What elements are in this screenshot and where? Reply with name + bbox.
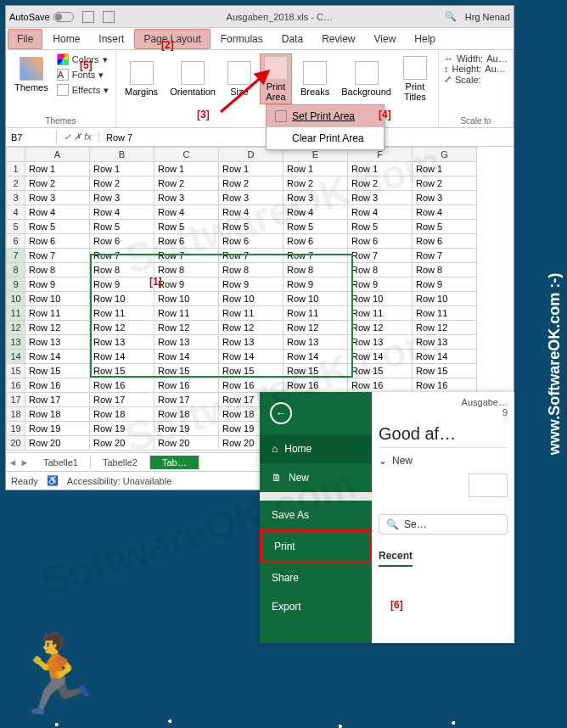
cell[interactable]: Row 6 (219, 234, 284, 249)
cell[interactable]: Row 12 (284, 321, 348, 335)
search-icon[interactable]: 🔍 (445, 11, 457, 22)
cell[interactable]: Row 1 (413, 162, 477, 176)
tab-page-layout[interactable]: Page Layout (134, 29, 210, 49)
fonts-button[interactable]: AFonts▾ (57, 69, 109, 81)
size-button[interactable]: Size (224, 59, 255, 98)
tab-formulas[interactable]: Formulas (212, 30, 272, 48)
cell[interactable]: Row 2 (348, 176, 413, 191)
cell[interactable]: Row 13 (219, 335, 284, 350)
row-header[interactable]: 11 (7, 306, 25, 321)
cell[interactable]: Row 5 (90, 220, 154, 234)
cell[interactable]: Row 5 (154, 220, 219, 234)
cell[interactable]: Row 16 (90, 378, 154, 393)
cell[interactable]: Row 13 (413, 335, 477, 350)
cell[interactable]: Row 10 (219, 292, 284, 306)
cell[interactable]: Row 12 (219, 321, 284, 335)
cell[interactable]: Row 20 (90, 436, 154, 451)
cell[interactable]: Row 5 (348, 220, 413, 234)
cell[interactable]: Row 18 (154, 407, 219, 422)
cell[interactable]: Row 1 (25, 162, 90, 176)
backstage-search[interactable]: 🔍Se… (379, 514, 508, 535)
backstage-saveas[interactable]: Save As (260, 501, 372, 529)
backstage-new-section[interactable]: ⌄New (379, 447, 508, 473)
autosave-toggle[interactable]: AutoSave (9, 12, 74, 22)
cell[interactable]: Row 8 (348, 263, 413, 277)
cell[interactable]: Row 20 (154, 436, 219, 451)
cell[interactable]: Row 2 (284, 176, 348, 191)
orientation-button[interactable]: Orientation (166, 59, 219, 98)
cell[interactable]: Row 11 (219, 306, 284, 321)
cell[interactable]: Row 12 (348, 321, 413, 335)
cell[interactable]: Row 18 (25, 407, 90, 422)
print-titles-button[interactable]: Print Titles (400, 54, 430, 104)
cell[interactable]: Row 10 (348, 292, 413, 306)
row-header[interactable]: 17 (7, 393, 25, 407)
cell[interactable]: Row 6 (413, 234, 477, 249)
cell[interactable]: Row 12 (413, 321, 477, 335)
cell[interactable]: Row 16 (413, 378, 477, 393)
cell[interactable]: Row 1 (154, 162, 219, 176)
cell[interactable]: Row 8 (154, 263, 219, 277)
print-area-button[interactable]: Print Area (260, 53, 292, 104)
cell[interactable]: Row 14 (284, 350, 348, 364)
cell[interactable]: Row 18 (90, 407, 154, 422)
cell[interactable]: Row 6 (25, 234, 90, 249)
cell[interactable]: Row 4 (348, 205, 413, 220)
cell[interactable]: Row 15 (219, 364, 284, 378)
cell[interactable]: Row 15 (154, 364, 219, 378)
cell[interactable]: Row 9 (25, 277, 90, 292)
background-button[interactable]: Background (338, 59, 395, 98)
tab-review[interactable]: Review (313, 30, 363, 48)
select-all-corner[interactable] (7, 148, 25, 162)
cell[interactable]: Row 6 (284, 234, 348, 249)
row-header[interactable]: 5 (7, 220, 25, 234)
cell[interactable]: Row 12 (90, 321, 154, 335)
cell[interactable]: Row 13 (154, 335, 219, 350)
menu-clear-print-area[interactable]: Clear Print Area (267, 127, 384, 149)
cell[interactable]: Row 7 (219, 249, 284, 263)
tab-view[interactable]: View (366, 30, 405, 48)
row-header[interactable]: 4 (7, 205, 25, 220)
cell[interactable]: Row 16 (154, 378, 219, 393)
cell[interactable]: Row 2 (90, 176, 154, 191)
cell[interactable]: Row 3 (154, 191, 219, 205)
scale-control[interactable]: ⤢Scale: (444, 74, 508, 85)
cell[interactable]: Row 15 (25, 364, 90, 378)
row-header[interactable]: 16 (7, 378, 25, 393)
cell[interactable]: Row 13 (284, 335, 348, 350)
width-control[interactable]: ↔Width: Au… (444, 53, 508, 64)
cell[interactable]: Row 2 (154, 176, 219, 191)
cell[interactable]: Row 19 (25, 422, 90, 436)
cell[interactable]: Row 10 (154, 292, 219, 306)
cell[interactable]: Row 8 (25, 263, 90, 277)
cell[interactable]: Row 8 (413, 263, 477, 277)
column-header[interactable]: G (413, 148, 477, 162)
tab-home[interactable]: Home (44, 30, 88, 48)
cell[interactable]: Row 19 (90, 422, 154, 436)
cell[interactable]: Row 3 (284, 191, 348, 205)
cell[interactable]: Row 5 (284, 220, 348, 234)
cell[interactable]: Row 8 (90, 263, 154, 277)
cell[interactable]: Row 10 (90, 292, 154, 306)
cell[interactable]: Row 9 (413, 277, 477, 292)
cell[interactable]: Row 15 (348, 364, 413, 378)
cell[interactable]: Row 6 (348, 234, 413, 249)
formula-input[interactable]: Row 7 (99, 131, 139, 144)
template-thumb[interactable] (469, 473, 508, 497)
row-header[interactable]: 13 (7, 335, 25, 350)
cell[interactable]: Row 13 (90, 335, 154, 350)
row-header[interactable]: 18 (7, 407, 25, 422)
cell[interactable]: Row 14 (413, 350, 477, 364)
backstage-recent[interactable]: Recent (379, 550, 508, 562)
cell[interactable]: Row 8 (284, 263, 348, 277)
cell[interactable]: Row 16 (348, 378, 413, 393)
cell[interactable]: Row 5 (25, 220, 90, 234)
row-header[interactable]: 7 (7, 249, 25, 263)
cell[interactable]: Row 2 (413, 176, 477, 191)
row-header[interactable]: 1 (7, 162, 25, 176)
column-header[interactable]: A (25, 148, 90, 162)
cell[interactable]: Row 13 (348, 335, 413, 350)
cell[interactable]: Row 7 (25, 249, 90, 263)
row-header[interactable]: 9 (7, 277, 25, 292)
user-name[interactable]: Hrg Nenad (465, 12, 510, 22)
